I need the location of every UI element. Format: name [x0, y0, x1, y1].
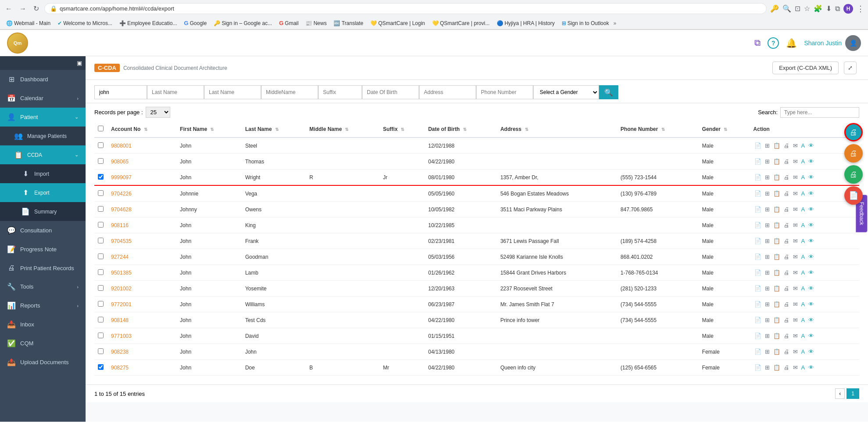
bookmark-employee[interactable]: ➕ Employee Educatio... [117, 19, 179, 27]
row-checkbox-cell[interactable] [94, 312, 108, 328]
row-checkbox-cell[interactable] [94, 233, 108, 249]
account-link[interactable]: 9704226 [111, 191, 132, 197]
action-eye-icon[interactable]: 👁 [807, 141, 815, 150]
bookmark-news[interactable]: 📰 News [303, 19, 329, 27]
row-checkbox-cell[interactable] [94, 217, 108, 233]
action-doc-icon[interactable]: 📄 [753, 316, 762, 324]
row-checkbox-cell[interactable] [94, 202, 108, 217]
col-dob[interactable]: Date of Birth ⇅ [425, 121, 497, 138]
bookmark-qsmartcare-login[interactable]: 💛 QSmartCare | Login [368, 19, 428, 27]
row-checkbox-cell[interactable] [94, 138, 108, 154]
action-doc-icon[interactable]: 📄 [753, 363, 762, 372]
export-ccda-button[interactable]: Export (C-CDA XML) [772, 62, 839, 74]
action-mail-icon[interactable]: ✉ [792, 189, 799, 198]
action-letter-icon[interactable]: A [800, 284, 806, 293]
bookmark-translate[interactable]: 🔤 Translate [331, 19, 366, 27]
col-middle-name[interactable]: Middle Name ⇅ [306, 121, 380, 138]
user-info[interactable]: Sharon Justin 👤 [804, 35, 861, 51]
action-copy-icon[interactable]: 📋 [772, 347, 781, 356]
action-doc-icon[interactable]: 📄 [753, 173, 762, 181]
prev-page-button[interactable]: ‹ [835, 388, 845, 399]
row-checkbox[interactable] [98, 238, 104, 243]
action-doc-icon[interactable]: 📄 [753, 221, 762, 229]
action-grid-icon[interactable]: ⊞ [764, 189, 771, 198]
sidebar-item-upload-documents[interactable]: 📤 Upload Documents [0, 353, 86, 372]
action-mail-icon[interactable]: ✉ [792, 268, 799, 277]
row-checkbox-cell[interactable] [94, 170, 108, 186]
sidebar-item-ccda[interactable]: 📋 CCDA ⌄ [0, 145, 86, 164]
action-grid-icon[interactable]: ⊞ [764, 157, 771, 166]
action-copy-icon[interactable]: 📋 [772, 363, 781, 372]
action-eye-icon[interactable]: 👁 [807, 300, 815, 308]
col-phone[interactable]: Phone Number ⇅ [617, 121, 699, 138]
bookmark-outlook[interactable]: ⊞ Sign in to Outlook [559, 19, 612, 27]
more-bookmarks[interactable]: » [613, 20, 617, 26]
action-copy-icon[interactable]: 📋 [772, 189, 781, 198]
action-letter-icon[interactable]: A [800, 237, 806, 245]
account-link[interactable]: 908238 [111, 349, 129, 355]
action-doc-icon[interactable]: 📄 [753, 300, 762, 308]
action-letter-icon[interactable]: A [800, 189, 806, 198]
window-icon[interactable]: ⧉ [835, 5, 840, 13]
action-copy-icon[interactable]: 📋 [772, 268, 781, 277]
bookmark-qsmartcare-provi[interactable]: 💛 QSmartCare | provi... [430, 19, 492, 27]
action-letter-icon[interactable]: A [800, 332, 806, 340]
action-print-icon[interactable]: 🖨 [783, 268, 790, 277]
page-1-button[interactable]: 1 [846, 388, 859, 399]
action-grid-icon[interactable]: ⊞ [764, 173, 771, 181]
action-copy-icon[interactable]: 📋 [772, 141, 781, 150]
action-mail-icon[interactable]: ✉ [792, 157, 799, 166]
address-input[interactable] [419, 85, 476, 99]
action-print-icon[interactable]: 🖨 [783, 347, 790, 356]
bookmark-google[interactable]: G Google [181, 19, 209, 27]
action-mail-icon[interactable]: ✉ [792, 347, 799, 356]
action-mail-icon[interactable]: ✉ [792, 221, 799, 229]
action-mail-icon[interactable]: ✉ [792, 284, 799, 293]
middle-name-input[interactable] [261, 85, 318, 99]
action-print-icon[interactable]: 🖨 [783, 205, 790, 214]
action-letter-icon[interactable]: A [800, 363, 806, 372]
row-checkbox[interactable] [98, 333, 104, 338]
action-eye-icon[interactable]: 👁 [807, 284, 815, 293]
sidebar-item-summary[interactable]: 📄 Summary [0, 202, 86, 221]
action-mail-icon[interactable]: ✉ [792, 316, 799, 324]
dob-input[interactable] [362, 85, 419, 99]
account-link[interactable]: 9201002 [111, 286, 132, 292]
action-print-icon[interactable]: 🖨 [783, 300, 790, 308]
action-letter-icon[interactable]: A [800, 300, 806, 308]
action-doc-icon[interactable]: 📄 [753, 253, 762, 261]
action-grid-icon[interactable]: ⊞ [764, 141, 771, 150]
action-grid-icon[interactable]: ⊞ [764, 221, 771, 229]
col-account-no[interactable]: Account No ⇅ [108, 121, 176, 138]
action-eye-icon[interactable]: 👁 [807, 268, 815, 277]
action-copy-icon[interactable]: 📋 [772, 205, 781, 214]
action-eye-icon[interactable]: 👁 [807, 316, 815, 324]
row-checkbox-cell[interactable] [94, 154, 108, 170]
action-copy-icon[interactable]: 📋 [772, 221, 781, 229]
action-mail-icon[interactable]: ✉ [792, 173, 799, 181]
sidebar-item-print-patient-records[interactable]: 🖨 Print Patient Records [0, 259, 86, 277]
action-copy-icon[interactable]: 📋 [772, 237, 781, 245]
action-letter-icon[interactable]: A [800, 316, 806, 324]
search-text-input[interactable] [780, 107, 859, 118]
sidebar-item-tools[interactable]: 🔧 Tools › [0, 277, 86, 296]
action-doc-icon[interactable]: 📄 [753, 347, 762, 356]
sidebar-item-manage-patients[interactable]: 👥 Manage Patients [0, 127, 86, 145]
row-checkbox-cell[interactable] [94, 265, 108, 281]
action-eye-icon[interactable]: 👁 [807, 157, 815, 166]
action-print-icon[interactable]: 🖨 [783, 363, 790, 372]
account-link[interactable]: 908065 [111, 159, 129, 165]
action-doc-icon[interactable]: 📄 [753, 157, 762, 166]
first-name-input[interactable] [147, 85, 204, 99]
action-mail-icon[interactable]: ✉ [792, 205, 799, 214]
account-link[interactable]: 908116 [111, 222, 129, 228]
action-letter-icon[interactable]: A [800, 173, 806, 181]
col-last-name[interactable]: Last Name ⇅ [242, 121, 306, 138]
phone-input[interactable] [476, 85, 533, 99]
action-grid-icon[interactable]: ⊞ [764, 300, 771, 308]
action-print-icon[interactable]: 🖨 [783, 284, 790, 293]
sidebar-item-export[interactable]: ⬆ Export [0, 183, 86, 202]
account-link[interactable]: 908148 [111, 317, 129, 323]
action-doc-icon[interactable]: 📄 [753, 332, 762, 340]
bookmark-hyjiya[interactable]: 🔵 Hyjiya | HRA | History [494, 19, 557, 27]
